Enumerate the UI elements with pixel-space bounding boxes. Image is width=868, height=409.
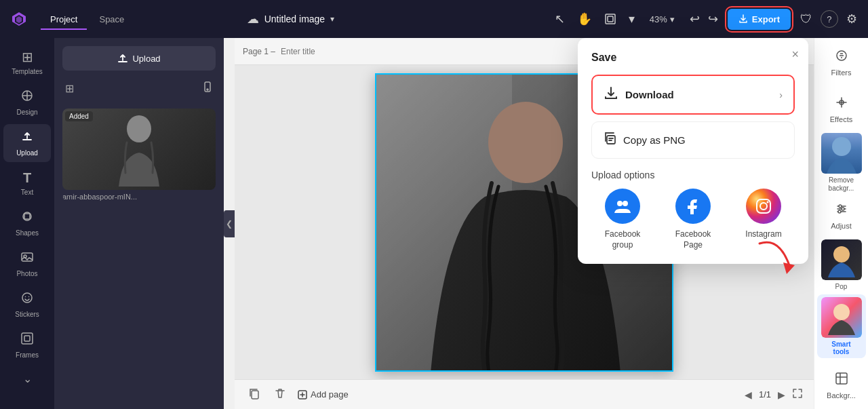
sidebar-item-design-label: Design — [16, 109, 37, 116]
fb-group-icon — [605, 189, 640, 224]
panel-mobile-button[interactable] — [199, 79, 216, 98]
upload-panel: Upload ⊞ Added — [54, 38, 224, 409]
svg-point-12 — [127, 115, 151, 142]
zoom-control[interactable]: 43% ▾ — [644, 12, 680, 27]
title-chevron-icon[interactable]: ▾ — [330, 14, 334, 24]
settings-button[interactable]: ⚙ — [844, 9, 860, 29]
right-panel-smart-tools[interactable]: Smarttools — [817, 294, 866, 358]
save-dropdown: Save × Download › Copy as PNG Upload opt… — [578, 38, 808, 264]
svg-point-7 — [22, 293, 32, 303]
export-button[interactable]: Export — [728, 9, 791, 30]
save-close-button[interactable]: × — [791, 47, 799, 62]
remove-bg-label: Removebackgr... — [829, 176, 854, 193]
upload-option-fb-page[interactable]: FacebookPage — [662, 189, 724, 250]
shapes-icon — [20, 210, 34, 227]
frame-chevron-button[interactable]: ▾ — [626, 9, 637, 29]
right-panel-remove-bg[interactable]: Removebackgr... — [817, 130, 866, 195]
download-button[interactable]: Download › — [591, 75, 795, 115]
upload-option-fb-group[interactable]: Facebookgroup — [591, 189, 654, 250]
next-page-button[interactable]: ▶ — [776, 388, 787, 402]
sidebar-item-design[interactable]: Design — [3, 83, 51, 121]
right-panel-resize[interactable]: Resize — [817, 406, 866, 409]
design-icon — [20, 89, 34, 106]
prev-page-button[interactable]: ◀ — [743, 388, 753, 402]
fb-group-label: Facebookgroup — [605, 229, 641, 250]
svg-rect-8 — [22, 333, 33, 344]
svg-point-11 — [207, 89, 208, 90]
adjust-icon — [835, 202, 848, 219]
sidebar-item-text-label: Text — [21, 189, 33, 196]
upload-option-instagram[interactable]: Instagram — [732, 189, 795, 250]
panel-header: Upload — [54, 38, 224, 79]
thumbnail-1 — [821, 133, 862, 174]
page-title-input[interactable] — [281, 47, 382, 56]
redo-button[interactable]: ↪ — [705, 9, 721, 29]
page-indicator: 1/1 — [759, 389, 771, 400]
pointer-tool-button[interactable]: ↖ — [552, 9, 568, 29]
topbar-right-icons: 🛡 ? ⚙ — [797, 9, 860, 29]
copy-png-label: Copy as PNG — [623, 134, 686, 146]
svg-point-27 — [842, 208, 844, 210]
tab-project[interactable]: Project — [41, 10, 87, 28]
frames-icon — [20, 332, 34, 349]
sidebar-item-stickers[interactable]: Stickers — [3, 286, 51, 324]
svg-point-30 — [833, 304, 850, 320]
upload-item[interactable]: Added amir-abbaspoor-mIN... — [62, 109, 216, 201]
panel-collapse-handle[interactable]: ❮ — [224, 210, 235, 237]
panel-grid-button[interactable]: ⊞ — [62, 79, 77, 98]
download-chevron-icon: › — [779, 90, 783, 100]
sidebar-item-frames-label: Frames — [16, 351, 39, 359]
svg-point-37 — [767, 201, 769, 203]
svg-point-28 — [838, 210, 841, 213]
svg-rect-21 — [252, 391, 258, 399]
help-button[interactable]: ? — [821, 10, 838, 28]
topbar: Project Space ☁ Untitled image ▾ ↖ ✋ ▾ 4… — [0, 0, 868, 38]
right-panel-backgr[interactable]: Backgr... — [817, 366, 866, 405]
sidebar-item-frames[interactable]: Frames — [3, 326, 51, 364]
footer-copy-button[interactable] — [245, 385, 263, 405]
more-icon: ⌄ — [23, 372, 32, 385]
sidebar-item-more[interactable]: ⌄ — [3, 367, 51, 391]
sidebar-item-photos[interactable]: Photos — [3, 245, 51, 283]
undo-redo-group: ↩ ↪ — [687, 9, 721, 29]
sidebar-item-shapes[interactable]: Shapes — [3, 204, 51, 242]
right-panel-filters[interactable]: Filters — [817, 43, 866, 82]
right-panel-pop[interactable]: Pop — [817, 237, 866, 293]
sidebar-item-shapes-label: Shapes — [16, 229, 39, 237]
photos-icon — [20, 250, 34, 267]
svg-point-26 — [839, 205, 842, 208]
effects-label: Effects — [830, 115, 852, 123]
upload-button[interactable]: Upload — [62, 46, 216, 71]
copy-png-button[interactable]: Copy as PNG — [591, 121, 795, 159]
logo-icon[interactable] — [8, 8, 30, 30]
hand-tool-button[interactable]: ✋ — [574, 9, 595, 29]
frame-tool-button[interactable] — [601, 10, 619, 28]
sidebar-item-text[interactable]: T Text — [3, 165, 51, 201]
footer-delete-button[interactable] — [271, 385, 289, 405]
add-page-button[interactable]: Add page — [297, 389, 349, 400]
filters-label: Filters — [831, 69, 852, 77]
fullscreen-button[interactable] — [792, 388, 803, 402]
doc-title[interactable]: Untitled image — [264, 14, 326, 24]
thumbnail-2 — [821, 239, 862, 280]
shield-icon-button[interactable]: 🛡 — [797, 9, 815, 29]
right-panel-effects[interactable]: Effects — [817, 90, 866, 129]
svg-rect-0 — [606, 14, 615, 24]
undo-button[interactable]: ↩ — [687, 9, 703, 29]
sidebar-item-upload-label: Upload — [16, 149, 38, 157]
instagram-label: Instagram — [745, 229, 781, 240]
thumb-2-bg — [821, 239, 862, 280]
download-btn-left: Download — [604, 85, 674, 104]
svg-rect-32 — [607, 136, 615, 144]
tab-space[interactable]: Space — [90, 10, 134, 28]
download-label: Download — [625, 89, 674, 100]
text-icon: T — [23, 170, 31, 186]
zoom-chevron-icon: ▾ — [670, 14, 675, 24]
fb-page-label: FacebookPage — [675, 229, 711, 250]
svg-rect-9 — [24, 336, 30, 341]
backgr-label: Backgr... — [827, 391, 856, 400]
sidebar-item-templates[interactable]: ⊞ Templates — [3, 43, 51, 81]
right-panel-adjust[interactable]: Adjust — [817, 197, 866, 235]
sidebar-item-upload[interactable]: Upload — [3, 124, 51, 162]
svg-point-34 — [623, 201, 628, 206]
